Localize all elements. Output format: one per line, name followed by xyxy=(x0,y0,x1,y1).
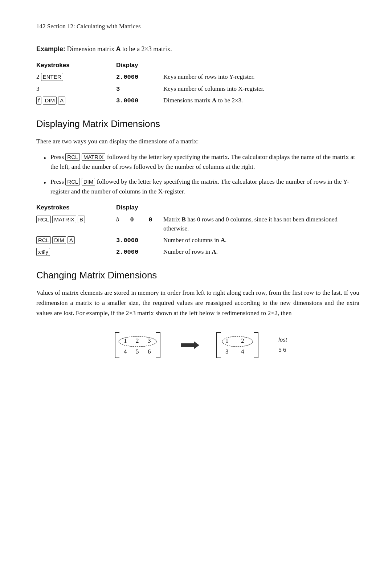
desc-cell: Matrix B has 0 rows and 0 columns, since… xyxy=(163,214,359,234)
desc-cell: Number of rows in A. xyxy=(163,246,359,258)
list-item-2: • Press RCL DIM followed by the letter k… xyxy=(44,177,359,196)
desc-cell: Keys number of rows into Y-register. xyxy=(163,71,359,83)
desc-cell: Keys number of columns into X-register. xyxy=(163,83,359,95)
display-cell: 2.0000 xyxy=(116,71,163,83)
display-cell: 3.0000 xyxy=(116,95,163,107)
enter-key: ENTER xyxy=(41,73,63,81)
bullet-dot-1: • xyxy=(44,153,46,164)
desc-cell: Number of columns in A. xyxy=(163,234,359,246)
keys-cell: 2 ENTER xyxy=(36,71,116,83)
xsy-key: x≶y xyxy=(36,248,50,256)
matrix-diagram: 1 2 3 4 5 6 1 2 3 4 lost 5 6 xyxy=(36,329,359,362)
table-row: 2 ENTER 2.0000 Keys number of rows into … xyxy=(36,71,359,83)
f-key: f xyxy=(36,97,41,105)
table-row: 3 3 Keys number of columns into X-regist… xyxy=(36,83,359,95)
desc-cell: Dimensions matrix A to be 2×3. xyxy=(163,95,359,107)
display-cell: 3 xyxy=(116,83,163,95)
dim-key: DIM xyxy=(43,97,57,105)
key-3: 3 xyxy=(36,85,40,92)
table-row: f DIM A 3.0000 Dimensions matrix A to be… xyxy=(36,95,359,107)
display-cell: b 0 0 xyxy=(116,214,163,234)
display-zeros: 0 0 xyxy=(130,215,152,225)
lost-numbers: 5 6 xyxy=(278,345,286,355)
bullet-list-1: • Press RCL MATRIX followed by the lette… xyxy=(44,152,359,197)
col-header-display-2: Display xyxy=(116,203,163,214)
rcl-key-1: RCL xyxy=(65,153,80,161)
keys-cell: 3 xyxy=(36,83,116,95)
keys-cell: x≶y xyxy=(36,246,116,258)
keys-cell: f DIM A xyxy=(36,95,116,107)
table-row: RCL MATRIX B b 0 0 Matrix B has 0 rows a… xyxy=(36,214,359,234)
arrow-right xyxy=(181,340,199,351)
svg-text:2: 2 xyxy=(241,337,244,344)
bullet-text-2: Press RCL DIM followed by the letter key… xyxy=(50,177,359,196)
bullet-dot-2: • xyxy=(44,177,46,189)
display-cell: 3.0000 xyxy=(116,234,163,246)
bullet-2-text: followed by the letter key specifying th… xyxy=(50,178,349,195)
section-title-1: Displaying Matrix Dimensions xyxy=(36,117,359,131)
display-row-1: b 0 0 xyxy=(116,215,163,225)
a-key: A xyxy=(58,97,65,105)
matrix-left-svg: 1 2 3 4 5 6 xyxy=(109,329,167,362)
table-row: x≶y 2.0000 Number of rows in A. xyxy=(36,246,359,258)
col-header-keystrokes-2: Keystrokes xyxy=(36,203,116,214)
display-value: 3.0000 xyxy=(116,97,138,104)
svg-text:5: 5 xyxy=(136,348,139,355)
section2-body: Values of matrix elements are stored in … xyxy=(36,287,359,318)
svg-text:3: 3 xyxy=(225,348,229,355)
keystroke-table-2: Keystrokes Display RCL MATRIX B b 0 0 Ma… xyxy=(36,203,359,258)
bullet-text-1: Press RCL MATRIX followed by the letter … xyxy=(50,152,359,172)
display-value: 2.0000 xyxy=(116,74,138,81)
page-header: 142 Section 12: Calculating with Matrice… xyxy=(36,22,359,31)
svg-text:1: 1 xyxy=(124,337,127,344)
col-header-keystrokes-1: Keystrokes xyxy=(36,61,116,72)
display-cell: 2.0000 xyxy=(116,246,163,258)
list-item-1: • Press RCL MATRIX followed by the lette… xyxy=(44,152,359,172)
keys-cell: RCL MATRIX B xyxy=(36,214,116,234)
svg-text:3: 3 xyxy=(148,337,151,344)
matrix-key-1: MATRIX xyxy=(82,153,106,161)
example-line: Example: Dimension matrix A to be a 2×3 … xyxy=(36,44,359,54)
svg-text:4: 4 xyxy=(124,348,127,355)
rcl-key-t2r2: RCL xyxy=(36,236,51,244)
dim-key-2: DIM xyxy=(82,178,95,186)
example-desc: Dimension matrix A to be a 2×3 matrix. xyxy=(67,45,172,53)
dim-key-t2r2: DIM xyxy=(52,236,66,244)
rcl-key-t2r1: RCL xyxy=(36,216,51,224)
rcl-key-2: RCL xyxy=(65,178,80,186)
matrix-right-svg: 1 2 3 4 xyxy=(214,329,261,362)
svg-text:6: 6 xyxy=(148,348,151,355)
svg-text:2: 2 xyxy=(136,337,139,344)
lost-label: lost xyxy=(278,336,287,344)
lost-container: lost 5 6 xyxy=(278,336,287,355)
press-label-1: Press xyxy=(50,153,65,160)
display-value: 3 xyxy=(116,86,120,93)
b-key-t2r1: B xyxy=(78,216,85,224)
keystroke-table-1: Keystrokes Display 2 ENTER 2.0000 Keys n… xyxy=(36,61,359,107)
col-header-desc-1 xyxy=(163,61,359,72)
display-value-t2r3: 2.0000 xyxy=(116,249,138,256)
section1-intro: There are two ways you can display the d… xyxy=(36,136,359,146)
table-row: RCL DIM A 3.0000 Number of columns in A. xyxy=(36,234,359,246)
display-value-t2r2: 3.0000 xyxy=(116,237,138,244)
a-key-t2r2: A xyxy=(68,236,75,244)
keys-cell: RCL DIM A xyxy=(36,234,116,246)
press-label-2: Press xyxy=(50,178,65,185)
display-b: b xyxy=(116,215,119,224)
section-title-2: Changing Matrix Dimensions xyxy=(36,268,359,282)
col-header-desc-2 xyxy=(163,203,359,214)
example-label: Example: xyxy=(36,45,65,53)
svg-text:4: 4 xyxy=(241,348,244,355)
svg-text:1: 1 xyxy=(225,337,229,344)
svg-marker-7 xyxy=(181,341,199,349)
key-number: 2 xyxy=(36,73,41,80)
col-header-display-1: Display xyxy=(116,61,163,72)
matrix-key-t2r1: MATRIX xyxy=(52,216,76,224)
